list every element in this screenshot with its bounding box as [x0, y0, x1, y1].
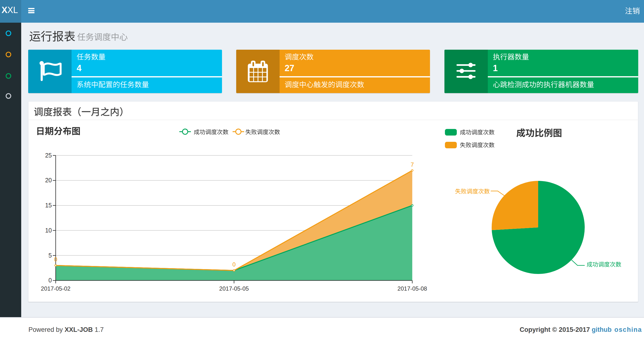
svg-text:2017-05-02: 2017-05-02 [41, 285, 70, 292]
svg-text:0: 0 [232, 261, 236, 268]
svg-text:0: 0 [48, 277, 52, 284]
svg-text:15: 15 [45, 202, 52, 209]
svg-text:20: 20 [45, 177, 52, 184]
svg-text:2017-05-05: 2017-05-05 [219, 285, 249, 292]
svg-text:0: 0 [54, 256, 57, 263]
svg-text:2017-05-08: 2017-05-08 [398, 285, 427, 292]
svg-text:5: 5 [48, 252, 52, 259]
svg-text:7: 7 [411, 161, 414, 168]
svg-text:25: 25 [45, 152, 52, 159]
svg-text:10: 10 [45, 227, 52, 234]
